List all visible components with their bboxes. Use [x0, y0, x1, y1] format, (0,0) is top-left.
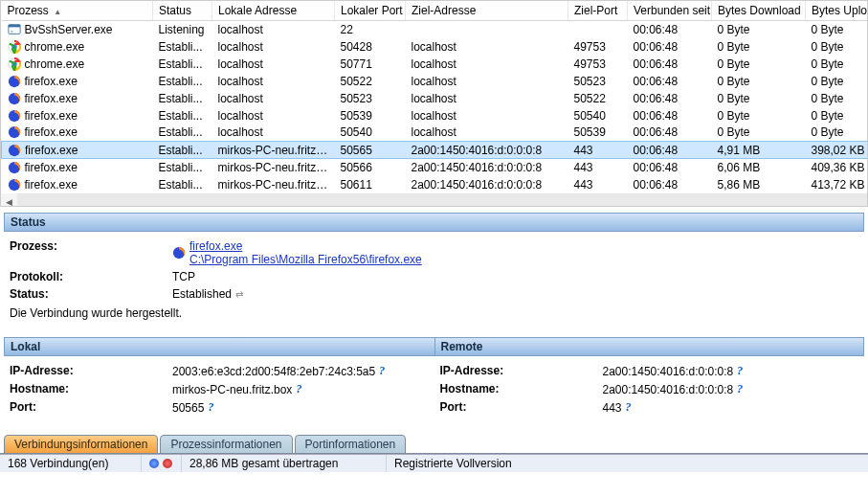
col-bytes-down[interactable]: Bytes Download	[712, 1, 806, 21]
tab-connection-info[interactable]: Verbindungsinformationen	[4, 435, 158, 454]
local-ip-label: IP-Adresse:	[10, 364, 172, 378]
local-host-label: Hostname:	[10, 382, 172, 396]
help-icon[interactable]: ?	[626, 400, 632, 415]
col-remote-addr[interactable]: Ziel-Adresse	[406, 1, 568, 21]
tab-port-info[interactable]: Portinformationen	[295, 435, 407, 454]
help-icon[interactable]: ?	[737, 364, 743, 378]
connection-icon: ⇄	[235, 289, 243, 300]
col-remote-port[interactable]: Ziel-Port	[568, 1, 628, 21]
cell-laddr: localhost	[212, 73, 335, 90]
table-row[interactable]: firefox.exeEstabli...mirkos-PC-neu.fritz…	[2, 176, 869, 193]
cell-up: 0 Byte	[806, 107, 869, 124]
local-panel-title: Lokal	[4, 337, 434, 356]
cell-laddr: localhost	[212, 21, 335, 38]
table-row[interactable]: firefox.exeEstabli...localhost50523local…	[2, 90, 869, 107]
cell-process: firefox.exe	[25, 161, 78, 174]
cell-laddr: mirkos-PC-neu.fritz.box	[212, 176, 335, 193]
local-port-value: 50565	[172, 401, 204, 415]
local-port-label: Port:	[10, 400, 172, 415]
status-transferred: 28,86 MB gesamt übertragen	[182, 455, 387, 472]
cell-process: firefox.exe	[2, 159, 153, 176]
process-label: Prozess:	[10, 239, 172, 266]
cell-lport: 50523	[335, 90, 406, 107]
table-row[interactable]: chrome.exeEstabli...localhost50771localh…	[2, 56, 869, 73]
cell-down: 5,86 MB	[712, 176, 806, 193]
tab-process-info[interactable]: Prozessinformationen	[160, 435, 292, 454]
help-icon[interactable]: ?	[379, 364, 385, 378]
process-path-link[interactable]: C:\Program Files\Mozilla Firefox56\firef…	[189, 253, 422, 266]
cell-lport: 50522	[335, 73, 406, 90]
cell-raddr	[406, 21, 568, 38]
cell-up: 0 Byte	[806, 124, 869, 142]
ff-icon	[8, 161, 21, 174]
cell-process: firefox.exe	[2, 73, 153, 90]
table-row[interactable]: firefox.exeEstabli...mirkos-PC-neu.fritz…	[2, 142, 869, 159]
cell-since: 00:06:48	[628, 142, 712, 159]
cell-since: 00:06:48	[628, 176, 712, 193]
cell-process: firefox.exe	[25, 144, 78, 157]
table-row[interactable]: firefox.exeEstabli...localhost50522local…	[2, 73, 869, 90]
cell-raddr: localhost	[406, 124, 568, 142]
bottom-tabs: Verbindungsinformationen Prozessinformat…	[0, 434, 868, 454]
cell-laddr: localhost	[212, 124, 335, 142]
cell-raddr: 2a00:1450:4016:d:0:0:0:8	[406, 176, 568, 193]
status-panel-title: Status	[4, 213, 864, 232]
cell-rport: 443	[568, 142, 628, 159]
col-local-port[interactable]: Lokaler Port	[335, 1, 406, 21]
cell-lport: 50565	[335, 142, 406, 159]
horizontal-scrollbar[interactable]: ◀	[1, 193, 867, 208]
cell-down: 0 Byte	[712, 124, 806, 142]
table-row[interactable]: firefox.exeEstabli...mirkos-PC-neu.fritz…	[2, 159, 869, 176]
help-icon[interactable]: ?	[737, 382, 743, 396]
remote-ip-value: 2a00:1450:4016:d:0:0:0:8	[603, 365, 734, 378]
cell-process: chrome.exe	[2, 38, 153, 56]
table-row[interactable]: >_BvSshServer.exeListeninglocalhost2200:…	[2, 21, 869, 38]
firefox-icon	[172, 246, 186, 260]
protocol-label: Protokoll:	[10, 270, 172, 283]
process-name-link[interactable]: firefox.exe	[189, 239, 242, 253]
cell-since: 00:06:48	[628, 124, 712, 142]
ff-icon	[8, 75, 21, 88]
cell-laddr: localhost	[212, 90, 335, 107]
cell-lport: 50611	[335, 176, 406, 193]
cell-down: 0 Byte	[712, 21, 806, 38]
cell-laddr: localhost	[212, 107, 335, 124]
cell-process: chrome.exe	[25, 57, 85, 71]
cell-raddr: localhost	[406, 56, 568, 73]
local-remote-panel: Lokal IP-Adresse: 2003:e6:e3cd:2d00:54f8…	[4, 333, 864, 422]
cell-rport: 50523	[568, 73, 628, 90]
cell-since: 00:06:48	[628, 73, 712, 90]
cell-since: 00:06:48	[628, 56, 712, 73]
scroll-left-icon[interactable]: ◀	[1, 193, 17, 207]
help-icon[interactable]: ?	[208, 400, 213, 415]
cell-raddr: localhost	[406, 73, 568, 90]
ff-icon	[8, 144, 21, 157]
col-local-addr[interactable]: Lokale Adresse	[212, 1, 335, 21]
cell-status: Establi...	[153, 176, 212, 193]
cell-down: 6,06 MB	[712, 159, 806, 176]
cell-since: 00:06:48	[628, 38, 712, 56]
cell-status: Establi...	[153, 124, 212, 142]
ff-icon	[8, 178, 21, 192]
table-row[interactable]: chrome.exeEstabli...localhost50428localh…	[2, 38, 869, 56]
col-status[interactable]: Status	[153, 1, 212, 21]
cell-up: 398,02 KB	[806, 142, 869, 159]
col-bytes-up[interactable]: Bytes Upload	[806, 1, 869, 21]
table-row[interactable]: firefox.exeEstabli...localhost50540local…	[2, 124, 869, 142]
header-row[interactable]: Prozess ▲ Status Lokale Adresse Lokaler …	[2, 1, 869, 21]
cell-lport: 50771	[335, 56, 406, 73]
remote-port-label: Port:	[440, 400, 603, 415]
help-icon[interactable]: ?	[296, 382, 301, 396]
col-connected-since[interactable]: Verbunden seit	[628, 1, 712, 21]
cell-down: 0 Byte	[712, 107, 806, 124]
cell-process: firefox.exe	[25, 109, 78, 123]
remote-ip-label: IP-Adresse:	[440, 364, 603, 378]
cell-down: 0 Byte	[712, 56, 806, 73]
col-process[interactable]: Prozess ▲	[2, 1, 153, 21]
cell-process: chrome.exe	[2, 56, 153, 73]
cell-rport: 443	[568, 176, 628, 193]
table-row[interactable]: firefox.exeEstabli...localhost50539local…	[2, 107, 869, 124]
remote-host-value: 2a00:1450:4016:d:0:0:0:8	[603, 383, 734, 396]
cell-rport: 50539	[568, 124, 628, 142]
cell-process: firefox.exe	[25, 75, 78, 88]
